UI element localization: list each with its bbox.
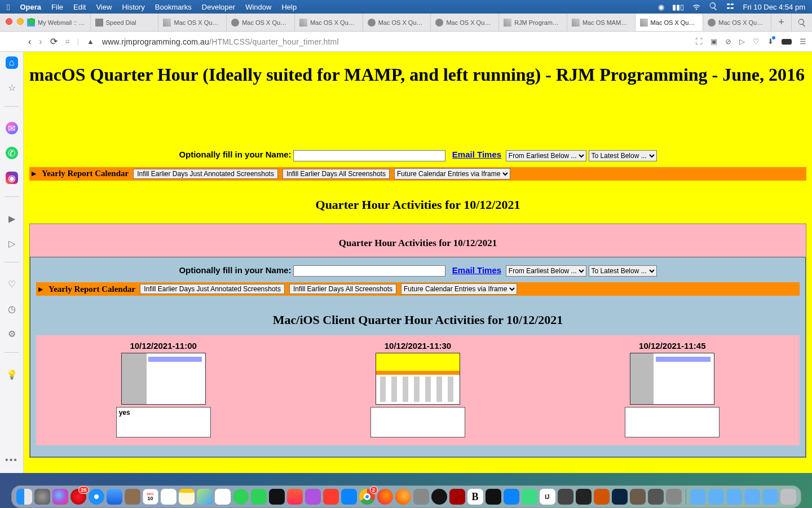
dock-photos-icon[interactable] — [215, 489, 231, 505]
sidebar-bulb-icon[interactable]: 💡 — [6, 368, 18, 380]
dock-androidstudio-icon[interactable] — [522, 489, 537, 505]
dock-downloads-icon[interactable] — [726, 489, 742, 505]
browser-tab-active[interactable]: Mac OS X Quarte — [636, 14, 704, 31]
nav-back-button[interactable]: ‹ — [28, 37, 31, 47]
screenrecord-icon[interactable]: ◉ — [658, 3, 664, 11]
inner-infill-all-button[interactable]: Infill Earlier Days All Screenshots — [289, 284, 396, 294]
browser-tab[interactable]: Mac OS X Quarte — [227, 14, 295, 31]
inner-to-select[interactable]: To Latest Below ... — [589, 265, 657, 277]
sidebar-whatsapp-icon[interactable]: ✆ — [6, 147, 18, 159]
dock-trash-icon[interactable] — [780, 489, 796, 505]
thumbnail-note-input[interactable] — [116, 407, 211, 437]
menu-file[interactable]: File — [51, 3, 63, 11]
dock-app-icon[interactable] — [576, 489, 592, 505]
site-info-icon[interactable]: ▲ — [87, 37, 94, 46]
dock-folder-icon[interactable] — [744, 489, 760, 505]
browser-tab[interactable]: Mac OS X Quarte — [295, 14, 363, 31]
dock-dashcode-icon[interactable] — [431, 489, 447, 505]
sidebar-paperplane-icon[interactable]: ▷ — [6, 237, 18, 249]
dock-app-icon[interactable] — [558, 489, 573, 505]
inner-name-input[interactable] — [293, 265, 445, 277]
dock-tv-icon[interactable] — [269, 489, 285, 505]
sidebar-heart-icon[interactable]: ♡ — [6, 278, 18, 290]
easysetup-icon[interactable] — [782, 39, 792, 45]
dock-siri-icon[interactable] — [52, 489, 68, 505]
app-name[interactable]: Opera — [20, 3, 41, 11]
dock-safari-icon[interactable] — [89, 489, 104, 505]
infill-all-button[interactable]: Infill Earlier Days All Screenshots — [283, 169, 390, 179]
from-select[interactable]: From Earliest Below ... — [506, 150, 586, 161]
sidebar-overflow-icon[interactable]: ••• — [5, 455, 18, 465]
inner-infill-annotated-button[interactable]: Infill Earlier Days Just Annotated Scree… — [140, 284, 285, 294]
thumbnail-image[interactable] — [376, 353, 460, 405]
dock-mail-icon[interactable] — [107, 489, 122, 505]
sidebar-play-icon[interactable]: ▶ — [6, 212, 18, 225]
browser-tab[interactable]: Speed Dial — [91, 14, 159, 31]
dock-reminders-icon[interactable] — [161, 489, 176, 505]
dock-music-icon[interactable] — [287, 489, 303, 505]
dock-gimp-icon[interactable] — [630, 489, 646, 505]
menu-developer[interactable]: Developer — [202, 3, 235, 11]
browser-tab[interactable]: Mac OS X Quarte — [703, 14, 771, 31]
menu-bookmarks[interactable]: Bookmarks — [155, 3, 192, 11]
dock-app-icon[interactable] — [413, 489, 429, 505]
menu-icon[interactable]: ☰ — [800, 37, 806, 46]
wifi-icon[interactable] — [692, 2, 701, 12]
dock-firefox-dev-icon[interactable] — [395, 489, 411, 505]
browser-tab[interactable]: RJM Programming — [499, 14, 567, 31]
heart-icon[interactable]: ♡ — [753, 37, 760, 46]
dock-news-icon[interactable] — [323, 489, 339, 505]
browser-tab[interactable]: Mac OS X Quarte — [158, 14, 227, 31]
window-zoom-button[interactable] — [28, 18, 35, 25]
dock-folder-icon[interactable] — [690, 489, 706, 505]
reload-button[interactable]: ⟳ — [50, 36, 58, 47]
sidebar-settings-icon[interactable]: ⚙ — [6, 327, 18, 340]
extensions-icon[interactable]: ⌗ — [65, 37, 69, 46]
browser-tab[interactable]: Mac OS X Quarte — [431, 14, 499, 31]
sidebar-bookmark-icon[interactable]: ☆ — [6, 81, 18, 94]
dock-openoffice-icon[interactable] — [612, 489, 628, 505]
menu-help[interactable]: Help — [281, 3, 297, 11]
thumbnail-image[interactable] — [630, 353, 714, 405]
dock-systemprefs-icon[interactable] — [666, 489, 682, 505]
dock-launchpad-icon[interactable] — [34, 489, 50, 505]
adblock-icon[interactable]: ⊘ — [725, 37, 731, 46]
downloads-icon[interactable]: ⬇ — [767, 37, 774, 46]
dock-finder-icon[interactable] — [16, 489, 32, 505]
infill-annotated-button[interactable]: Infill Earlier Days Just Annotated Scree… — [133, 169, 278, 179]
dock-filezilla-icon[interactable] — [449, 489, 465, 505]
battery-icon[interactable]: ▮▮▯ — [672, 3, 684, 11]
inner-disclosure-triangle-icon[interactable]: ▶ — [38, 286, 43, 293]
sidebar-instagram-icon[interactable]: ◉ — [6, 172, 18, 184]
window-minimize-button[interactable] — [17, 18, 24, 25]
to-select[interactable]: To Latest Below ... — [589, 150, 657, 161]
dock-messages-icon[interactable] — [233, 489, 249, 505]
inner-email-times-link[interactable]: Email Times — [452, 265, 501, 275]
dock-firefox-icon[interactable] — [377, 489, 393, 505]
browser-tab[interactable]: Mac OS X Quarte — [363, 14, 431, 31]
thumbnail-note-input[interactable] — [625, 407, 720, 437]
dock-maps-icon[interactable] — [197, 489, 213, 505]
screenshot-icon[interactable]: ⛶ — [695, 37, 703, 46]
new-tab-button[interactable]: + — [771, 14, 792, 31]
nav-forward-button[interactable]: › — [39, 37, 42, 47]
send-icon[interactable]: ▷ — [739, 37, 745, 46]
dock-opera-icon[interactable]: 26 — [70, 489, 86, 505]
dock-folder-icon[interactable] — [708, 489, 724, 505]
dock-calendar-icon[interactable]: DEC10 — [143, 489, 158, 505]
apple-menu-icon[interactable]:  — [7, 2, 10, 12]
menubar-clock[interactable]: Fri 10 Dec 4:54 pm — [743, 3, 805, 11]
sidebar-home-icon[interactable]: ⌂ — [6, 56, 18, 69]
tab-search-button[interactable] — [792, 14, 812, 31]
menu-view[interactable]: View — [96, 3, 112, 11]
inner-future-calendar-select[interactable]: Future Calendar Entries via Iframe — [401, 283, 517, 295]
camera-icon[interactable]: ▣ — [710, 37, 717, 46]
menu-window[interactable]: Window — [245, 3, 271, 11]
search-icon[interactable] — [709, 2, 718, 12]
thumbnail-image[interactable] — [121, 353, 206, 405]
dock-xcode-icon[interactable] — [504, 489, 519, 505]
menu-edit[interactable]: Edit — [73, 3, 86, 11]
disclosure-triangle-icon[interactable]: ▶ — [32, 170, 36, 177]
dock-facetime-icon[interactable] — [251, 489, 267, 505]
url-field[interactable]: www.rjmprogramming.com.au/HTMLCSS/quarte… — [102, 37, 687, 46]
